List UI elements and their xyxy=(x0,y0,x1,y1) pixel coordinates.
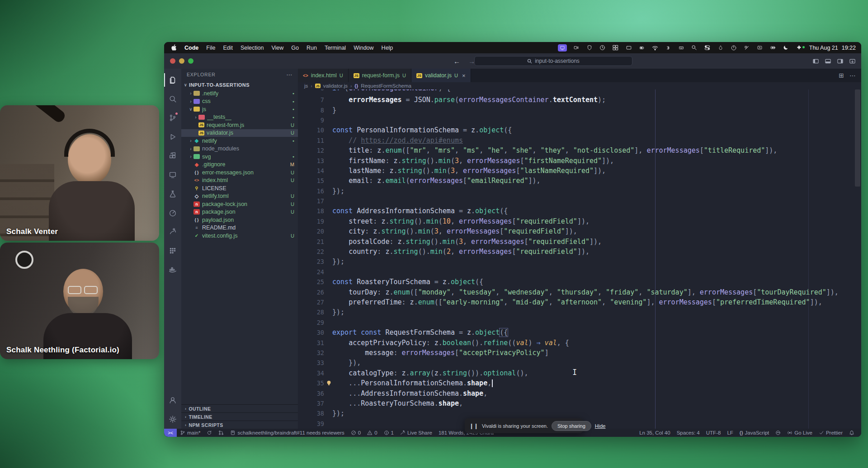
lightbulb-icon[interactable] xyxy=(326,380,332,386)
keyboard-icon[interactable] xyxy=(678,44,685,51)
code-line-6[interactable]: 6if (errorMessagesContainer) { xyxy=(298,89,861,95)
extensions-icon[interactable] xyxy=(164,146,181,165)
code-line-26[interactable]: 26 tourDay: z.enum(["monday", "tuesday",… xyxy=(298,287,861,297)
remote-indicator-button[interactable]: >< xyxy=(164,429,177,437)
camera-icon[interactable] xyxy=(573,44,580,51)
tree-item-package-lock.json[interactable]: npackage-lock.jsonU xyxy=(181,200,298,208)
tree-item-.netlify[interactable]: ›.netlify● xyxy=(181,89,298,98)
tree-item-package.json[interactable]: npackage.jsonU xyxy=(181,208,298,216)
tree-item-netlify.toml[interactable]: ◇netlify.tomlU xyxy=(181,192,298,201)
project-root-row[interactable]: ∨ INPUT-TO-ASSERTIONS xyxy=(181,80,298,89)
code-line-36[interactable]: 36 ...AddressInformationSchema.shape, xyxy=(298,388,861,398)
display-icon[interactable] xyxy=(625,44,632,51)
code-line-34[interactable]: 34 catalogType: z.array(z.string()).opti… xyxy=(298,368,861,378)
tree-item-error-messages.json[interactable]: { }error-messages.jsonU xyxy=(181,168,298,177)
testing-icon[interactable] xyxy=(164,184,181,203)
tree-item-__tests__[interactable]: ›__tests__● xyxy=(181,113,298,122)
code-line-19[interactable]: 19 street: z.string().min(10, errorMessa… xyxy=(298,216,861,226)
code-line-15[interactable]: 15 email: z.email(errorMessages["emailRe… xyxy=(298,176,861,186)
bluetooth-icon[interactable] xyxy=(665,44,672,51)
close-window-button[interactable] xyxy=(170,58,175,64)
code-line-29[interactable]: 29 xyxy=(298,318,861,328)
toggle-sidebar-icon[interactable] xyxy=(812,58,819,65)
code-line-27[interactable]: 27 preferredTime: z.enum(["early-morning… xyxy=(298,297,861,307)
toggle-panel-icon[interactable] xyxy=(825,58,831,65)
status-warning[interactable]: 0 xyxy=(364,430,380,435)
live-share-icon[interactable] xyxy=(164,222,181,241)
menu-selection[interactable]: Selection xyxy=(241,45,264,51)
status-error[interactable]: 0 xyxy=(348,430,364,435)
status-spaces-4[interactable]: Spaces: 4 xyxy=(674,430,703,435)
explorer-more-actions-icon[interactable]: ⋯ xyxy=(286,71,292,78)
code-editor[interactable]: 6if (errorMessagesContainer) {7 errorMes… xyxy=(298,89,861,429)
stop-sharing-button[interactable]: Stop sharing xyxy=(552,421,591,431)
status-sync[interactable] xyxy=(203,430,215,435)
zoom-window-button[interactable] xyxy=(188,58,193,64)
code-line-31[interactable]: 31 acceptPrivacyPolicy: z.boolean().refi… xyxy=(298,337,861,347)
code-line-20[interactable]: 20 city: z.string().min(3, errorMessages… xyxy=(298,226,861,236)
customize-layout-icon[interactable] xyxy=(849,58,856,65)
moon-icon[interactable] xyxy=(783,44,790,51)
breadcrumb-item[interactable]: validator.js xyxy=(323,83,348,89)
menu-help[interactable]: Help xyxy=(382,45,393,51)
tree-item-svg[interactable]: ›svg● xyxy=(181,153,298,161)
menu-window[interactable]: Window xyxy=(354,45,373,51)
account-icon[interactable] xyxy=(164,391,181,410)
tree-item-node_modules[interactable]: ›node_modules xyxy=(181,145,298,153)
wifi-icon[interactable] xyxy=(651,44,659,51)
gauge-icon[interactable] xyxy=(164,203,181,222)
tab-validator.js[interactable]: JSvalidator.jsU× xyxy=(411,69,471,82)
status-ln-35-col-40[interactable]: Ln 35, Col 40 xyxy=(636,430,673,435)
section-npm-scripts[interactable]: ›NPM SCRIPTS xyxy=(181,421,298,429)
status-bell[interactable] xyxy=(846,430,858,435)
code-line-32[interactable]: 32 message: errorMessages["acceptPrivacy… xyxy=(298,348,861,358)
code-line-10[interactable]: 10const PersonalInformationSchema = z.ob… xyxy=(298,125,861,135)
breadcrumb-item[interactable]: RequestFormSchema xyxy=(361,83,411,89)
section-timeline[interactable]: ›TIMELINE xyxy=(181,412,298,421)
tree-item-netlify[interactable]: ›◆netlify● xyxy=(181,137,298,145)
menubar-time[interactable]: 19:22 xyxy=(842,45,856,51)
battery-icon[interactable] xyxy=(638,44,646,51)
status-broadcast[interactable]: Go Live xyxy=(784,430,816,435)
status-repo[interactable]: schalkneethling/braindraft#11 needs revi… xyxy=(227,430,347,435)
docker-icon[interactable] xyxy=(164,260,181,279)
tree-item-payload.json[interactable]: { }payload.json xyxy=(181,216,298,224)
stats-icon[interactable] xyxy=(730,44,737,51)
menubar-date[interactable]: Thu Aug 21 xyxy=(809,45,838,51)
code-line-23[interactable]: 23}); xyxy=(298,257,861,267)
breadcrumb-item[interactable]: js xyxy=(304,83,308,89)
breadcrumb[interactable]: js›JSvalidator.js›{}RequestFormSchema xyxy=(298,82,861,89)
code-line-21[interactable]: 21 postalCode: z.string().min(3, errorMe… xyxy=(298,236,861,246)
screen-mirroring-active-icon[interactable] xyxy=(558,44,567,51)
settings-icon[interactable] xyxy=(164,410,181,429)
text-tool-icon[interactable] xyxy=(756,44,764,51)
menu-edit[interactable]: Edit xyxy=(223,45,233,51)
tree-item-.gitignore[interactable]: ◆.gitignoreM xyxy=(181,161,298,169)
editor-scrollbar[interactable] xyxy=(855,89,860,187)
minimize-window-button[interactable] xyxy=(179,58,184,64)
search-icon[interactable] xyxy=(691,44,698,51)
code-line-9[interactable]: 9 xyxy=(298,115,861,125)
drop-icon[interactable] xyxy=(717,44,724,51)
shield-icon[interactable] xyxy=(586,44,593,51)
code-line-17[interactable]: 17 xyxy=(298,196,861,206)
command-center-search[interactable]: input-to-assertions xyxy=(474,56,632,66)
split-editor-icon[interactable]: ⊞ xyxy=(839,72,844,79)
code-line-22[interactable]: 22 country: z.string().min(2, errorMessa… xyxy=(298,247,861,257)
shape-tool-icon[interactable] xyxy=(743,44,750,51)
tree-item-js[interactable]: ∨js● xyxy=(181,105,298,113)
grid-icon[interactable] xyxy=(164,241,181,260)
status-lf[interactable]: LF xyxy=(724,430,736,435)
clock-app-icon[interactable] xyxy=(599,44,606,51)
tree-item-css[interactable]: ›css● xyxy=(181,98,298,106)
code-line-33[interactable]: 33 }), xyxy=(298,358,861,368)
status-info[interactable]: 1 xyxy=(381,430,397,435)
eyes-icon[interactable] xyxy=(769,44,777,51)
tree-item-vitest.config.js[interactable]: ✓vitest.config.jsU xyxy=(181,232,298,240)
menu-go[interactable]: Go xyxy=(291,45,299,51)
code-line-18[interactable]: 18const AddressInformationSchema = z.obj… xyxy=(298,206,861,216)
menu-run[interactable]: Run xyxy=(307,45,317,51)
tab-index.html[interactable]: <>index.htmlU xyxy=(298,69,349,82)
tree-item-LICENSE[interactable]: ⚲LICENSE xyxy=(181,184,298,192)
tree-item-index.html[interactable]: <>index.htmlU xyxy=(181,177,298,185)
